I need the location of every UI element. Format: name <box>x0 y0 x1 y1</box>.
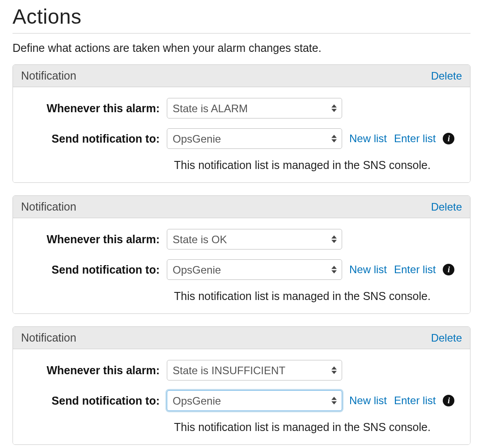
label-send-to: Send notification to: <box>24 263 167 276</box>
delete-link[interactable]: Delete <box>431 70 462 82</box>
new-list-link[interactable]: New list <box>349 132 387 145</box>
enter-list-link[interactable]: Enter list <box>394 263 436 276</box>
recipient-select[interactable]: OpsGenie <box>167 128 342 149</box>
state-select[interactable]: State is OK <box>167 229 342 249</box>
delete-link[interactable]: Delete <box>431 201 462 213</box>
new-list-link[interactable]: New list <box>349 394 387 407</box>
sns-note: This notification list is managed in the… <box>174 159 459 172</box>
sns-note: This notification list is managed in the… <box>174 421 459 434</box>
form-row-state: Whenever this alarm:State is ALARM <box>24 98 459 118</box>
recipient-actions: New listEnter listi <box>349 132 454 145</box>
notification-card: NotificationDeleteWhenever this alarm:St… <box>13 64 470 183</box>
sns-note: This notification list is managed in the… <box>174 290 459 303</box>
notification-card-header: NotificationDelete <box>13 327 470 349</box>
notification-card: NotificationDeleteWhenever this alarm:St… <box>13 195 470 314</box>
form-row-recipient: Send notification to:OpsGenieNew listEnt… <box>24 128 459 149</box>
info-icon[interactable]: i <box>443 264 454 275</box>
form-row-state: Whenever this alarm:State is INSUFFICIEN… <box>24 360 459 380</box>
new-list-link[interactable]: New list <box>349 263 387 276</box>
state-select[interactable]: State is ALARM <box>167 98 342 118</box>
enter-list-link[interactable]: Enter list <box>394 394 436 407</box>
recipient-select[interactable]: OpsGenie <box>167 259 342 280</box>
label-send-to: Send notification to: <box>24 132 167 145</box>
form-row-state: Whenever this alarm:State is OK <box>24 229 459 249</box>
notification-card-body: Whenever this alarm:State is ALARMSend n… <box>13 87 470 182</box>
notification-card: NotificationDeleteWhenever this alarm:St… <box>13 326 470 445</box>
notification-card-header: NotificationDelete <box>13 65 470 87</box>
label-whenever: Whenever this alarm: <box>24 102 167 115</box>
recipient-select-wrap: OpsGenie <box>167 128 342 149</box>
state-select-wrap: State is OK <box>167 229 342 249</box>
page-title: Actions <box>13 4 470 29</box>
notification-card-title: Notification <box>21 200 76 213</box>
state-select[interactable]: State is INSUFFICIENT <box>167 360 342 380</box>
state-select-wrap: State is INSUFFICIENT <box>167 360 342 380</box>
label-whenever: Whenever this alarm: <box>24 364 167 377</box>
notification-card-title: Notification <box>21 331 76 344</box>
label-send-to: Send notification to: <box>24 394 167 407</box>
info-icon[interactable]: i <box>443 133 454 144</box>
label-whenever: Whenever this alarm: <box>24 233 167 246</box>
title-rule <box>13 33 470 34</box>
enter-list-link[interactable]: Enter list <box>394 132 436 145</box>
recipient-actions: New listEnter listi <box>349 394 454 407</box>
notification-card-header: NotificationDelete <box>13 196 470 218</box>
form-row-recipient: Send notification to:OpsGenieNew listEnt… <box>24 390 459 411</box>
notification-card-title: Notification <box>21 69 76 82</box>
recipient-actions: New listEnter listi <box>349 263 454 276</box>
delete-link[interactable]: Delete <box>431 332 462 344</box>
recipient-select-wrap: OpsGenie <box>167 390 342 411</box>
state-select-wrap: State is ALARM <box>167 98 342 118</box>
page-subtitle: Define what actions are taken when your … <box>13 42 470 55</box>
notification-card-body: Whenever this alarm:State is INSUFFICIEN… <box>13 349 470 444</box>
notification-card-body: Whenever this alarm:State is OKSend noti… <box>13 218 470 313</box>
recipient-select[interactable]: OpsGenie <box>167 390 342 411</box>
form-row-recipient: Send notification to:OpsGenieNew listEnt… <box>24 259 459 280</box>
info-icon[interactable]: i <box>443 395 454 406</box>
recipient-select-wrap: OpsGenie <box>167 259 342 280</box>
